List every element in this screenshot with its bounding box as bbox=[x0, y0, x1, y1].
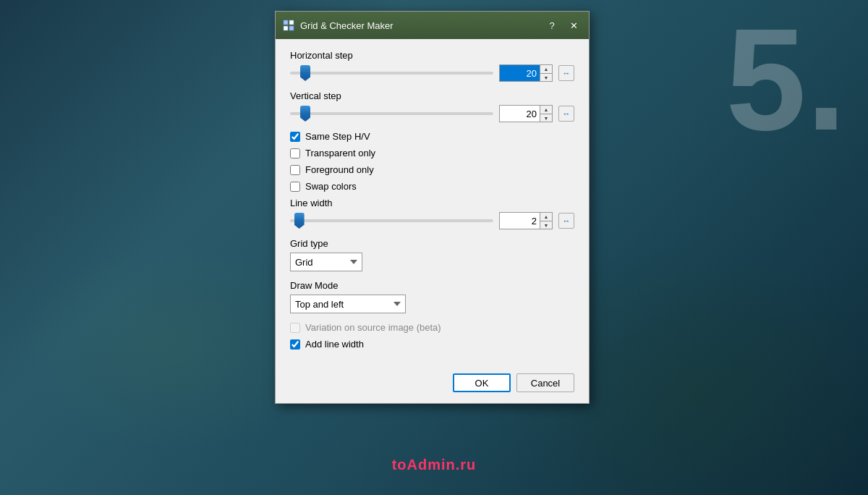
watermark: toAdmin.ru bbox=[392, 457, 477, 473]
horizontal-step-row: ▲ ▼ ↔ bbox=[290, 64, 574, 82]
line-width-input[interactable] bbox=[500, 213, 540, 229]
swap-colors-checkbox[interactable] bbox=[290, 182, 300, 192]
same-step-checkbox[interactable] bbox=[290, 132, 300, 142]
line-width-link[interactable]: ↔ bbox=[558, 213, 574, 229]
same-step-label: Same Step H/V bbox=[305, 131, 370, 142]
swap-colors-row: Swap colors bbox=[290, 181, 574, 192]
svg-rect-0 bbox=[284, 20, 288, 25]
swap-colors-label: Swap colors bbox=[305, 181, 357, 192]
vertical-step-thumb[interactable] bbox=[300, 106, 310, 122]
line-width-label: Line width bbox=[290, 198, 574, 208]
horizontal-step-spinner-buttons: ▲ ▼ bbox=[540, 65, 552, 81]
draw-mode-label: Draw Mode bbox=[290, 280, 574, 291]
vertical-step-down[interactable]: ▼ bbox=[540, 114, 552, 122]
close-button[interactable]: ✕ bbox=[566, 17, 582, 33]
app-icon bbox=[283, 20, 294, 31]
bg-number: 5. bbox=[726, 7, 846, 152]
transparent-only-checkbox[interactable] bbox=[290, 148, 300, 158]
horizontal-step-track[interactable] bbox=[290, 72, 493, 75]
variation-label: Variation on source image (beta) bbox=[305, 322, 441, 333]
line-width-thumb[interactable] bbox=[294, 213, 305, 229]
add-line-width-label: Add line width bbox=[305, 339, 364, 350]
draw-mode-row: Top and left All sides Center bbox=[290, 295, 574, 313]
line-width-row: ▲ ▼ ↔ bbox=[290, 212, 574, 229]
line-width-track[interactable] bbox=[290, 219, 493, 222]
horizontal-step-link[interactable]: ↔ bbox=[558, 65, 574, 81]
foreground-only-label: Foreground only bbox=[305, 164, 374, 175]
variation-checkbox[interactable] bbox=[290, 323, 300, 333]
draw-mode-select[interactable]: Top and left All sides Center bbox=[290, 295, 406, 313]
add-line-width-checkbox[interactable] bbox=[290, 339, 300, 350]
grid-type-row: Grid Checker Cross bbox=[290, 253, 574, 271]
vertical-step-up[interactable]: ▲ bbox=[540, 106, 552, 114]
dialog-footer: OK Cancel bbox=[276, 366, 589, 403]
vertical-step-label: Vertical step bbox=[290, 90, 574, 101]
dialog: Grid & Checker Maker ? ✕ Horizontal step… bbox=[275, 11, 590, 404]
horizontal-step-down[interactable]: ▼ bbox=[540, 73, 552, 81]
foreground-only-row: Foreground only bbox=[290, 164, 574, 175]
vertical-step-row: ▲ ▼ ↔ bbox=[290, 105, 574, 122]
title-bar: Grid & Checker Maker ? ✕ bbox=[276, 12, 589, 39]
horizontal-step-spinner: ▲ ▼ bbox=[499, 64, 553, 82]
ok-button[interactable]: OK bbox=[453, 373, 511, 392]
transparent-only-label: Transparent only bbox=[305, 148, 375, 158]
horizontal-step-thumb[interactable] bbox=[300, 65, 310, 81]
vertical-step-spinner: ▲ ▼ bbox=[499, 105, 553, 122]
help-button[interactable]: ? bbox=[544, 17, 560, 33]
add-line-width-row: Add line width bbox=[290, 339, 574, 350]
horizontal-step-label: Horizontal step bbox=[290, 50, 574, 61]
vertical-step-input[interactable] bbox=[500, 106, 540, 122]
vertical-step-spinner-buttons: ▲ ▼ bbox=[540, 106, 552, 122]
foreground-only-checkbox[interactable] bbox=[290, 165, 300, 175]
dialog-title: Grid & Checker Maker bbox=[300, 20, 538, 31]
cancel-button[interactable]: Cancel bbox=[516, 373, 574, 392]
line-width-up[interactable]: ▲ bbox=[540, 213, 552, 221]
grid-type-select[interactable]: Grid Checker Cross bbox=[290, 253, 362, 271]
svg-rect-1 bbox=[289, 20, 294, 25]
svg-rect-2 bbox=[284, 26, 288, 30]
dialog-content: Horizontal step ▲ ▼ ↔ Vertical step bbox=[276, 39, 589, 366]
vertical-step-link[interactable]: ↔ bbox=[558, 106, 574, 122]
variation-row: Variation on source image (beta) bbox=[290, 322, 574, 333]
horizontal-step-up[interactable]: ▲ bbox=[540, 65, 552, 73]
vertical-step-track[interactable] bbox=[290, 112, 493, 115]
horizontal-step-input[interactable] bbox=[500, 65, 540, 81]
line-width-spinner-buttons: ▲ ▼ bbox=[540, 213, 552, 229]
grid-type-label: Grid type bbox=[290, 238, 574, 249]
svg-rect-3 bbox=[289, 26, 294, 30]
line-width-down[interactable]: ▼ bbox=[540, 221, 552, 229]
same-step-row: Same Step H/V bbox=[290, 131, 574, 142]
line-width-spinner: ▲ ▼ bbox=[499, 212, 553, 229]
transparent-only-row: Transparent only bbox=[290, 148, 574, 158]
